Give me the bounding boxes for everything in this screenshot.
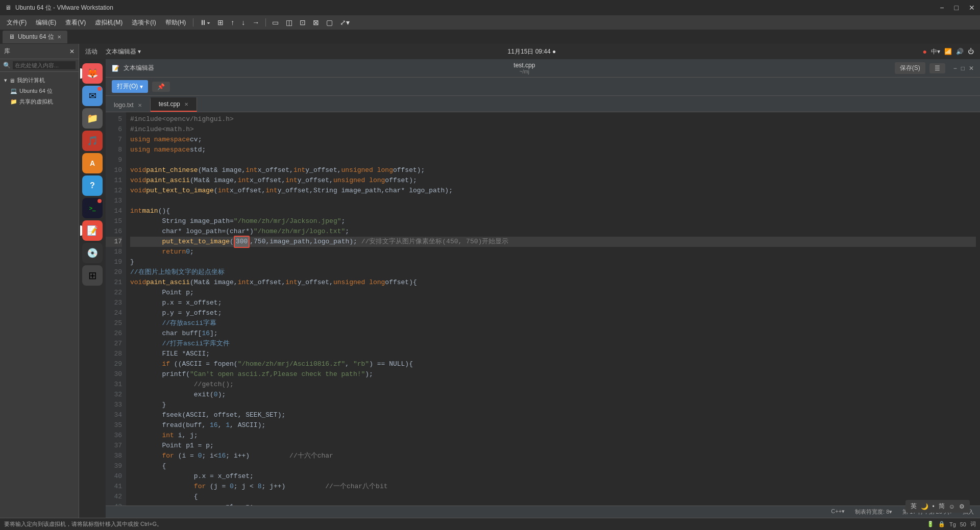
line-22: 22: [106, 288, 122, 298]
text-editor-menu[interactable]: 文本编辑器 ▾: [106, 47, 141, 56]
minimize-button[interactable]: −: [940, 4, 944, 12]
toolbar-view-2[interactable]: ◫: [283, 17, 296, 28]
tab-test-cpp-close[interactable]: ✕: [184, 102, 188, 107]
maximize-button[interactable]: □: [954, 4, 959, 12]
mail-icon: ✉: [89, 90, 96, 102]
battery-icon[interactable]: 🔋: [927, 521, 934, 527]
status-bar: C++▾ 制表符宽度: 8▾ 第 17 行，第 26 列▾ 插入: [106, 506, 980, 518]
launcher-music[interactable]: 🎵: [82, 131, 103, 151]
tray-moon[interactable]: 🌙: [921, 503, 928, 510]
activities-label[interactable]: 活动: [85, 47, 97, 56]
toolbar-btn-4[interactable]: →: [249, 17, 262, 28]
sidebar-title: 库: [4, 47, 10, 56]
code-line-30: printf("Can't open ascii.zf,Please check…: [130, 369, 976, 380]
code-line-40: p.x = x_offset;: [130, 471, 976, 482]
toolbar-view-3[interactable]: ⊡: [297, 17, 309, 28]
code-line-22: Point p;: [130, 288, 976, 298]
toolbar-view-5[interactable]: ▢: [323, 17, 336, 28]
toolbar-view-1[interactable]: ▭: [269, 17, 282, 28]
code-content[interactable]: #include<opencv/highgui.h> #include<math…: [126, 112, 980, 506]
tray-lang[interactable]: 中▾: [931, 47, 940, 56]
toolbar-view-6[interactable]: ⤢▾: [337, 17, 353, 28]
terminal-icon: >_: [89, 205, 96, 211]
tray-sound[interactable]: 🔊: [956, 48, 964, 55]
launcher-appstore[interactable]: A: [82, 153, 103, 173]
tray-power[interactable]: ⏻: [968, 48, 974, 55]
line-26: 26: [106, 329, 122, 339]
tray-emoji[interactable]: ☺: [949, 503, 955, 510]
pin-button[interactable]: 📌: [152, 82, 170, 92]
sidebar-search[interactable]: 🔍: [0, 59, 79, 72]
menu-file[interactable]: 文件(F): [3, 17, 31, 29]
toolbar-btn-2[interactable]: ↑: [228, 17, 237, 28]
toolbar-btn-1[interactable]: ⊞: [214, 17, 227, 28]
launcher-mail[interactable]: ✉: [82, 86, 103, 106]
tab-width-indicator[interactable]: 制表符宽度: 8▾: [855, 508, 892, 516]
tray-lang-cn[interactable]: 英: [911, 502, 917, 511]
vm-tab-icon: 🖥: [9, 33, 15, 40]
line-10: 10: [106, 165, 122, 175]
vm-tab-ubuntu[interactable]: 🖥 Ubuntu 64 位 ✕: [3, 31, 67, 43]
tab-test-cpp[interactable]: test.cpp ✕: [151, 97, 197, 112]
sidebar-header: 库 ✕: [0, 44, 79, 59]
sidebar-close[interactable]: ✕: [69, 48, 75, 55]
launcher-texteditor[interactable]: 📝: [82, 220, 103, 241]
editor-minimize-button[interactable]: −: [953, 65, 957, 72]
volume-icon[interactable]: 50: [960, 521, 966, 527]
text-editor: 📝 文本编辑器 test.cpp ~/mj 保存(S) ☰ − □ ✕: [106, 59, 980, 518]
save-button[interactable]: 保存(S): [895, 62, 925, 74]
code-line-29: if ((ASCII = fopen("/home/zh/mrj/Ascii08…: [130, 359, 976, 369]
line-19: 19: [106, 257, 122, 267]
tab-logo-txt[interactable]: logo.txt ✕: [106, 98, 151, 112]
menu-edit[interactable]: 编辑(E): [32, 17, 60, 29]
close-button[interactable]: ✕: [969, 4, 975, 12]
code-line-32: exit(0);: [130, 390, 976, 400]
tray-settings[interactable]: ⚙: [959, 503, 965, 510]
menu-help[interactable]: 帮助(H): [161, 17, 190, 29]
launcher-dvd[interactable]: 💿: [82, 243, 103, 263]
line-32: 32: [106, 390, 122, 400]
lock-icon[interactable]: 🔒: [938, 521, 945, 527]
editor-app-name: 文本编辑器: [124, 64, 154, 72]
tray-network[interactable]: 📶: [944, 48, 952, 55]
code-line-14: int main(){: [130, 206, 976, 216]
help-icon: ?: [90, 181, 95, 190]
line-31: 31: [106, 380, 122, 390]
code-line-11: void paint_ascii(Mat& image,int x_offset…: [130, 175, 976, 186]
ubuntu-launcher: 🦊 ✉ 📁 🎵 A ? >_: [79, 59, 106, 518]
toolbar-view-4[interactable]: ⊠: [310, 17, 322, 28]
editor-close-button[interactable]: ✕: [969, 65, 974, 72]
launcher-terminal[interactable]: >_: [82, 198, 103, 218]
separator-2: [265, 18, 266, 27]
toolbar-btn-3[interactable]: ↓: [238, 17, 248, 28]
launcher-help[interactable]: ?: [82, 175, 103, 196]
ime-icon[interactable]: 词: [970, 520, 976, 528]
launcher-firefox[interactable]: 🦊: [82, 63, 103, 84]
menu-tab[interactable]: 选项卡(I): [128, 17, 160, 29]
music-icon: 🎵: [87, 135, 98, 146]
editor-maximize-button[interactable]: □: [961, 65, 965, 72]
editor-menu-button[interactable]: ☰: [929, 63, 945, 73]
tree-item-computer[interactable]: ▾ 🖥 我的计算机: [0, 75, 79, 86]
input-icon[interactable]: Tg: [949, 521, 956, 527]
tray-simplified[interactable]: 简: [939, 502, 945, 511]
tree-item-ubuntu[interactable]: 💻 Ubuntu 64 位: [0, 86, 79, 96]
code-area: 5 6 7 8 9 10 11 12 13 14 15 16 1: [106, 112, 980, 506]
tree-item-shared[interactable]: 📁 共享的虚拟机: [0, 96, 79, 107]
open-button[interactable]: 打开(O) ▾: [112, 80, 148, 93]
language-indicator[interactable]: C++▾: [831, 508, 845, 516]
menu-vm[interactable]: 虚拟机(M): [91, 17, 127, 29]
line-24: 24: [106, 308, 122, 318]
firefox-icon: 🦊: [87, 68, 98, 79]
pause-button[interactable]: ⏸▾: [197, 17, 213, 28]
line-41: 41: [106, 482, 122, 492]
menu-view[interactable]: 查看(V): [61, 17, 90, 29]
launcher-files[interactable]: 📁: [82, 108, 103, 129]
launcher-apps[interactable]: ⊞: [82, 265, 103, 286]
search-input[interactable]: [13, 61, 76, 69]
tab-logo-txt-close[interactable]: ✕: [138, 103, 142, 108]
open-dropdown-icon[interactable]: ▾: [140, 83, 143, 90]
vm-tab-close[interactable]: ✕: [57, 34, 61, 40]
line-13: 13: [106, 196, 122, 206]
tree-label-ubuntu: Ubuntu 64 位: [19, 87, 53, 95]
